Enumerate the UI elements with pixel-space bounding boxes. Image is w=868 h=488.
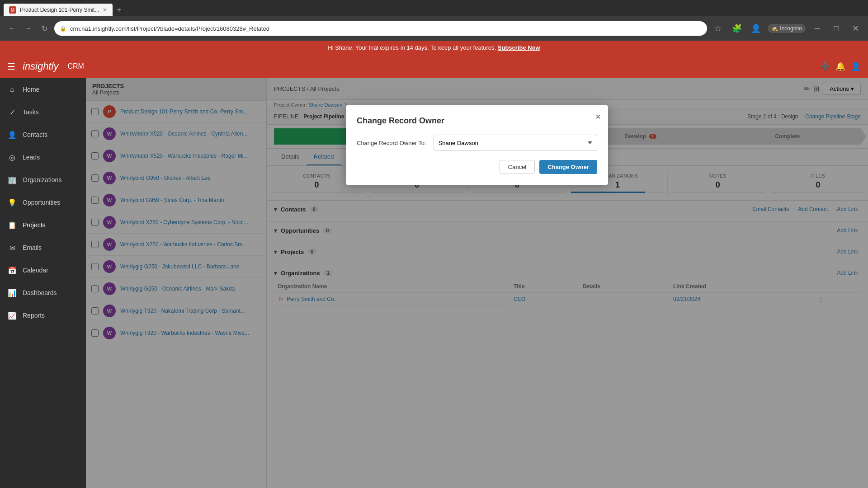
modal-overlay: Change Record Owner × Change Record Owne… — [86, 78, 868, 488]
dashboards-icon: 📊 — [7, 288, 17, 298]
notification-bar: Hi Shane. Your trial expires in 14 days.… — [0, 41, 868, 55]
incognito-badge: 🕵 Incognito — [768, 24, 806, 33]
app-layout: Hi Shane. Your trial expires in 14 days.… — [0, 41, 868, 488]
tab-favicon: M — [9, 6, 16, 14]
sidebar-item-emails[interactable]: ✉ Emails — [0, 236, 86, 259]
crm-label: CRM — [67, 62, 84, 70]
sidebar-item-tasks-label: Tasks — [23, 108, 39, 116]
sidebar-item-reports-label: Reports — [23, 312, 45, 319]
minimize-button[interactable]: ─ — [810, 21, 825, 36]
new-tab-button[interactable]: + — [113, 4, 125, 16]
modal-owner-label: Change Record Owner To: — [357, 140, 426, 146]
sidebar-item-dashboards-label: Dashboards — [23, 289, 57, 296]
add-icon[interactable]: ➕ — [820, 61, 830, 71]
profile-button[interactable]: 👤 — [749, 21, 763, 36]
change-record-owner-modal: Change Record Owner × Change Record Owne… — [346, 105, 608, 185]
notifications-icon[interactable]: 🔔 — [835, 61, 845, 71]
sidebar-item-emails-label: Emails — [23, 244, 42, 251]
refresh-button[interactable]: ↻ — [38, 22, 51, 35]
logo: insightly — [23, 61, 58, 72]
leads-icon: ◎ — [7, 152, 17, 162]
sidebar-item-opportunities-label: Opportunities — [23, 199, 60, 206]
back-button[interactable]: ← — [5, 22, 18, 35]
app-header: ☰ insightly CRM ➕ 🔔 👤 — [0, 55, 868, 78]
address-bar[interactable]: 🔒 crm.na1.insightly.com/list/Project/?bl… — [54, 21, 707, 36]
sidebar-item-calendar[interactable]: 📅 Calendar — [0, 259, 86, 282]
toolbar-actions: ☆ 🧩 👤 🕵 Incognito ─ □ ✕ — [711, 21, 863, 36]
modal-close-button[interactable]: × — [595, 112, 601, 122]
url-text: crm.na1.insightly.com/list/Project/?blad… — [70, 25, 269, 32]
emails-icon: ✉ — [7, 243, 17, 253]
modal-cancel-button[interactable]: Cancel — [500, 160, 535, 174]
sidebar-item-home-label: Home — [23, 86, 39, 93]
contacts-icon: 👤 — [7, 130, 17, 140]
extensions-button[interactable]: 🧩 — [730, 21, 744, 36]
header-icons: ➕ 🔔 👤 — [820, 61, 861, 71]
projects-icon: 📋 — [7, 220, 17, 230]
sidebar-item-calendar-label: Calendar — [23, 267, 48, 274]
lock-icon: 🔒 — [60, 25, 66, 32]
modal-footer: Cancel Change Owner — [357, 160, 597, 174]
sidebar: ⌂ Home ✓ Tasks 👤 Contacts ◎ Leads 🏢 Orga… — [0, 78, 86, 488]
calendar-icon: 📅 — [7, 265, 17, 275]
incognito-icon: 🕵 — [771, 25, 778, 32]
main-content: ⌂ Home ✓ Tasks 👤 Contacts ◎ Leads 🏢 Orga… — [0, 78, 868, 488]
sidebar-item-contacts-label: Contacts — [23, 131, 47, 138]
sidebar-item-projects-label: Projects — [23, 221, 46, 229]
sidebar-item-organizations-label: Organizations — [23, 176, 61, 183]
sidebar-item-projects[interactable]: 📋 Projects — [0, 214, 86, 236]
notification-message: Hi Shane. Your trial expires in 14 days.… — [328, 44, 496, 51]
organizations-icon: 🏢 — [7, 175, 17, 185]
sidebar-item-dashboards[interactable]: 📊 Dashboards — [0, 282, 86, 304]
forward-button[interactable]: → — [22, 22, 34, 35]
modal-confirm-button[interactable]: Change Owner — [539, 160, 597, 174]
tab-close-button[interactable]: ✕ — [103, 7, 107, 13]
incognito-label: Incognito — [780, 25, 802, 32]
sidebar-item-leads[interactable]: ◎ Leads — [0, 146, 86, 169]
sidebar-item-home[interactable]: ⌂ Home — [0, 78, 86, 101]
home-icon: ⌂ — [7, 84, 17, 94]
browser-toolbar: ← → ↻ 🔒 crm.na1.insightly.com/list/Proje… — [0, 16, 868, 41]
sidebar-item-leads-label: Leads — [23, 154, 40, 161]
active-tab[interactable]: M Product Design 101-Perry Smit... ✕ — [4, 4, 113, 16]
sidebar-item-opportunities[interactable]: 💡 Opportunities — [0, 191, 86, 214]
maximize-button[interactable]: □ — [829, 21, 844, 36]
opportunities-icon: 💡 — [7, 197, 17, 207]
close-window-button[interactable]: ✕ — [848, 21, 863, 36]
modal-form-row: Change Record Owner To: Shane Dawson — [357, 135, 597, 151]
modal-title: Change Record Owner — [357, 116, 597, 126]
modal-owner-select[interactable]: Shane Dawson — [434, 135, 597, 151]
hamburger-menu-button[interactable]: ☰ — [7, 61, 15, 72]
sidebar-item-tasks[interactable]: ✓ Tasks — [0, 101, 86, 123]
browser-chrome: M Product Design 101-Perry Smit... ✕ + ←… — [0, 0, 868, 41]
bookmark-button[interactable]: ☆ — [711, 21, 725, 36]
sidebar-item-contacts[interactable]: 👤 Contacts — [0, 123, 86, 146]
sidebar-item-organizations[interactable]: 🏢 Organizations — [0, 169, 86, 191]
content-area: PROJECTS All Projects P Product Design 1… — [86, 78, 868, 488]
user-avatar-icon[interactable]: 👤 — [851, 61, 861, 71]
reports-icon: 📈 — [7, 310, 17, 320]
tasks-icon: ✓ — [7, 107, 17, 117]
tab-label: Product Design 101-Perry Smit... — [20, 7, 99, 13]
browser-tabs: M Product Design 101-Perry Smit... ✕ + — [0, 0, 868, 16]
subscribe-now-link[interactable]: Subscribe Now — [498, 44, 540, 51]
sidebar-item-reports[interactable]: 📈 Reports — [0, 304, 86, 327]
